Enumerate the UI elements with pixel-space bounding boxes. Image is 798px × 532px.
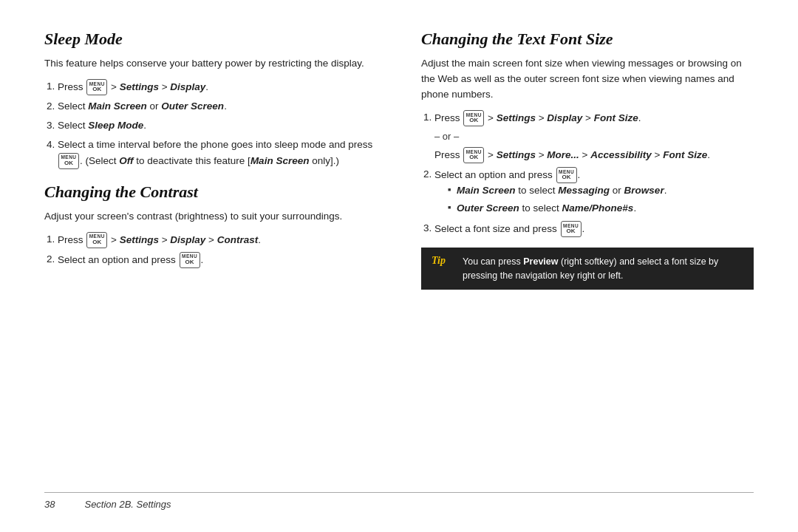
font-step-1: Press MENUOK > Settings > Display > Font… bbox=[434, 110, 754, 163]
alt-path: Press MENUOK > Settings > More... > Acce… bbox=[434, 147, 754, 163]
sleep-step-2: Select Main Screen or Outer Screen. bbox=[58, 99, 377, 115]
font-step-3: Select a font size and press MENUOK. bbox=[434, 221, 754, 237]
contrast-intro: Adjust your screen's contrast (brightnes… bbox=[44, 209, 377, 225]
ok-button-3: MENUOK bbox=[86, 232, 107, 248]
ok-button-6: MENUOK bbox=[463, 147, 484, 163]
font-size-intro: Adjust the main screen font size when vi… bbox=[421, 56, 754, 103]
tip-label: Tip bbox=[432, 255, 452, 267]
contrast-step-2: Select an option and press MENUOK. bbox=[58, 252, 377, 268]
ok-button-2: MENUOK bbox=[58, 153, 79, 169]
contrast-steps: Press MENUOK > Settings > Display > Cont… bbox=[58, 232, 377, 268]
section-label: Section 2B. Settings bbox=[84, 499, 171, 510]
font-size-title: Changing the Text Font Size bbox=[421, 30, 754, 49]
ok-button-7: MENUOK bbox=[556, 167, 577, 183]
font-step-2: Select an option and press MENUOK. Main … bbox=[434, 167, 754, 216]
content-columns: Sleep Mode This feature helps conserve y… bbox=[44, 30, 754, 485]
sleep-step-1: Press MENUOK > Settings > Display. bbox=[58, 79, 377, 95]
ok-button-1: MENUOK bbox=[86, 79, 107, 95]
contrast-title: Changing the Contrast bbox=[44, 183, 377, 202]
tip-text: You can press Preview (right softkey) an… bbox=[463, 255, 743, 283]
page-number: 38 bbox=[44, 499, 55, 510]
ok-button-8: MENUOK bbox=[561, 221, 582, 237]
or-divider: – or – bbox=[434, 129, 754, 144]
page: Sleep Mode This feature helps conserve y… bbox=[0, 0, 798, 532]
sleep-step-3: Select Sleep Mode. bbox=[58, 118, 377, 134]
footer: 38 Section 2B. Settings bbox=[44, 492, 754, 510]
sleep-mode-steps: Press MENUOK > Settings > Display. Selec… bbox=[58, 79, 377, 169]
option-bullets: Main Screen to select Messaging or Brows… bbox=[448, 183, 754, 216]
contrast-step-1: Press MENUOK > Settings > Display > Cont… bbox=[58, 232, 377, 248]
bullet-main-screen: Main Screen to select Messaging or Brows… bbox=[448, 183, 754, 199]
sleep-mode-title: Sleep Mode bbox=[44, 30, 377, 49]
tip-box: Tip You can press Preview (right softkey… bbox=[421, 248, 754, 290]
ok-button-4: MENUOK bbox=[180, 252, 200, 268]
sleep-mode-intro: This feature helps conserve your battery… bbox=[44, 56, 377, 72]
right-column: Changing the Text Font Size Adjust the m… bbox=[421, 30, 754, 485]
bullet-outer-screen: Outer Screen to select Name/Phone#s. bbox=[448, 201, 754, 216]
sleep-step-4: Select a time interval before the phone … bbox=[58, 137, 377, 169]
ok-button-5: MENUOK bbox=[463, 110, 484, 126]
font-size-steps: Press MENUOK > Settings > Display > Font… bbox=[434, 110, 754, 237]
left-column: Sleep Mode This feature helps conserve y… bbox=[44, 30, 377, 485]
